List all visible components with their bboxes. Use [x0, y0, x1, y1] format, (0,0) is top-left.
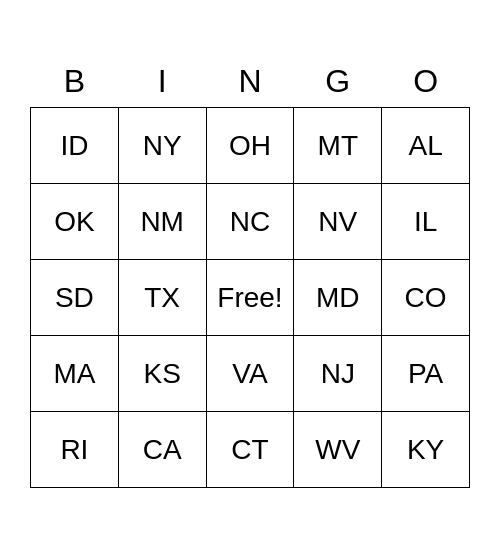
- header-n: N: [206, 56, 294, 108]
- cell-r4c3: VA: [206, 336, 294, 412]
- header-g: G: [294, 56, 382, 108]
- bingo-table: B I N G O ID NY OH MT AL OK NM NC NV IL: [30, 56, 470, 489]
- cell-r4c2: KS: [118, 336, 206, 412]
- cell-r5c1: RI: [31, 412, 119, 488]
- cell-r3c3: Free!: [206, 260, 294, 336]
- cell-r3c2: TX: [118, 260, 206, 336]
- cell-r2c4: NV: [294, 184, 382, 260]
- cell-r4c4: NJ: [294, 336, 382, 412]
- cell-r5c3: CT: [206, 412, 294, 488]
- table-row: RI CA CT WV KY: [31, 412, 470, 488]
- table-row: MA KS VA NJ PA: [31, 336, 470, 412]
- header-row: B I N G O: [31, 56, 470, 108]
- cell-r4c1: MA: [31, 336, 119, 412]
- cell-r2c3: NC: [206, 184, 294, 260]
- cell-r3c4: MD: [294, 260, 382, 336]
- header-b: B: [31, 56, 119, 108]
- table-row: SD TX Free! MD CO: [31, 260, 470, 336]
- header-i: I: [118, 56, 206, 108]
- cell-r4c5: PA: [382, 336, 470, 412]
- cell-r1c4: MT: [294, 108, 382, 184]
- table-row: OK NM NC NV IL: [31, 184, 470, 260]
- cell-r2c5: IL: [382, 184, 470, 260]
- cell-r2c1: OK: [31, 184, 119, 260]
- table-row: ID NY OH MT AL: [31, 108, 470, 184]
- header-o: O: [382, 56, 470, 108]
- cell-r2c2: NM: [118, 184, 206, 260]
- cell-r1c5: AL: [382, 108, 470, 184]
- cell-r1c2: NY: [118, 108, 206, 184]
- cell-r3c1: SD: [31, 260, 119, 336]
- cell-r3c5: CO: [382, 260, 470, 336]
- bingo-card: B I N G O ID NY OH MT AL OK NM NC NV IL: [30, 56, 470, 489]
- cell-r1c1: ID: [31, 108, 119, 184]
- cell-r5c4: WV: [294, 412, 382, 488]
- cell-r5c2: CA: [118, 412, 206, 488]
- cell-r1c3: OH: [206, 108, 294, 184]
- cell-r5c5: KY: [382, 412, 470, 488]
